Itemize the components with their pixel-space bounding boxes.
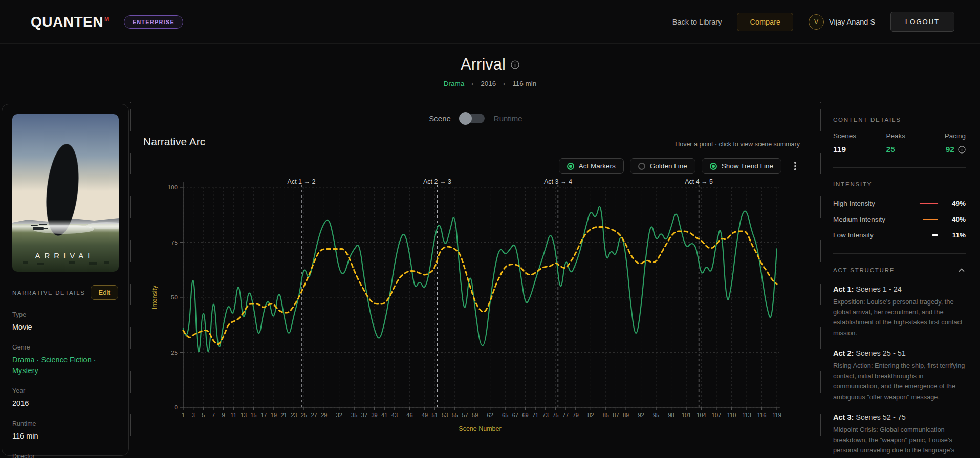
act-name: Act 3:: [833, 413, 854, 421]
intensity-heading: INTENSITY: [833, 181, 966, 187]
meta-separator: •: [503, 81, 505, 87]
golden-line-toggle[interactable]: Golden Line: [630, 158, 695, 174]
intensity-value: 11%: [947, 231, 966, 239]
svg-text:57: 57: [462, 412, 468, 418]
svg-text:69: 69: [522, 412, 528, 418]
svg-text:92: 92: [638, 412, 644, 418]
enterprise-badge: ENTERPRISE: [124, 15, 183, 29]
field-director: Director Denis Villeneuve: [12, 453, 118, 458]
act-name: Act 2:: [833, 349, 854, 357]
logo-superscript: M: [104, 16, 110, 22]
series-scene-intensity: [183, 207, 777, 352]
logout-button[interactable]: LOGOUT: [890, 12, 954, 32]
svg-text:37: 37: [361, 412, 367, 418]
pacing-info-icon[interactable]: [958, 146, 966, 154]
intensity-value: 40%: [947, 215, 966, 223]
svg-text:21: 21: [280, 412, 287, 418]
svg-text:Act 2 → 3: Act 2 → 3: [423, 178, 451, 185]
stat-value: 119: [833, 145, 886, 154]
top-navigation-bar: QUANTENM ENTERPRISE Back to Library Comp…: [0, 0, 980, 44]
svg-text:9: 9: [222, 412, 225, 418]
svg-text:41: 41: [381, 412, 387, 418]
app-logo: QUANTENM: [31, 14, 110, 30]
svg-text:87: 87: [613, 412, 619, 418]
intensity-value: 49%: [947, 200, 966, 207]
meta-separator: •: [471, 81, 473, 87]
svg-text:17: 17: [260, 412, 267, 418]
chart-title: Narrative Arc: [143, 136, 205, 148]
poster-title-text: ARRIVAL: [35, 251, 96, 260]
scene-runtime-toggle[interactable]: [460, 114, 485, 123]
show-trend-line-toggle[interactable]: Show Trend Line: [702, 158, 781, 174]
field-runtime: Runtime 116 min: [12, 420, 118, 442]
movie-info-icon[interactable]: [511, 60, 519, 69]
act-description: Exposition: Louise's personal tragedy, t…: [833, 297, 966, 338]
svg-text:Act 3 → 4: Act 3 → 4: [544, 178, 572, 185]
svg-text:43: 43: [391, 412, 398, 418]
field-label: Year: [12, 387, 118, 395]
content-details-panel: CONTENT DETAILS Scenes 119 Peaks 25 Paci…: [820, 102, 980, 457]
svg-text:50: 50: [171, 294, 178, 300]
toggle-label: Golden Line: [650, 162, 687, 170]
back-to-library-link[interactable]: Back to Library: [672, 18, 722, 26]
toggle-knob[interactable]: [459, 112, 472, 125]
svg-text:110: 110: [727, 412, 736, 418]
svg-text:85: 85: [603, 412, 609, 418]
low-intensity-line-swatch: [932, 234, 938, 236]
svg-text:27: 27: [311, 412, 317, 418]
svg-text:13: 13: [241, 412, 247, 418]
svg-text:73: 73: [542, 412, 549, 418]
stat-label: Peaks: [886, 132, 945, 140]
intensity-row-medium: Medium Intensity 40%: [833, 211, 966, 227]
svg-text:19: 19: [271, 412, 277, 418]
chevron-up-icon[interactable]: [957, 266, 966, 274]
narrative-details-sidebar: ARRIVAL NARRATIVE DETAILS Edit Type Movi…: [0, 102, 131, 457]
user-chip[interactable]: V Vijay Anand S: [809, 14, 875, 30]
more-options-button[interactable]: [791, 162, 800, 170]
act-name: Act 1:: [833, 285, 854, 293]
svg-text:98: 98: [668, 412, 674, 418]
intensity-row-low: Low Intensity 11%: [833, 227, 966, 243]
svg-text:79: 79: [573, 412, 579, 418]
narrative-arc-chart[interactable]: 0255075100135791113151719212325272932353…: [143, 176, 800, 438]
movie-poster: ARRIVAL: [12, 114, 119, 272]
high-intensity-line-swatch: [920, 203, 938, 204]
svg-text:107: 107: [712, 412, 721, 418]
svg-text:Intensity: Intensity: [151, 285, 158, 309]
act-structure-item: Act 2: Scenes 25 - 51 Rising Action: Ent…: [833, 349, 966, 402]
intensity-label: Medium Intensity: [833, 215, 923, 223]
act-markers-toggle[interactable]: Act Markers: [559, 158, 624, 174]
runtime-mode-label[interactable]: Runtime: [494, 114, 522, 123]
field-value: 116 min: [12, 431, 118, 442]
compare-button[interactable]: Compare: [737, 13, 793, 31]
avatar[interactable]: V: [809, 14, 824, 30]
act-range: Scenes 1 - 24: [854, 285, 902, 293]
edit-button[interactable]: Edit: [91, 285, 118, 300]
svg-text:116: 116: [757, 412, 767, 418]
svg-text:3: 3: [192, 412, 195, 418]
stat-scenes: Scenes 119: [833, 132, 886, 154]
svg-text:Scene Number: Scene Number: [459, 425, 501, 432]
svg-text:95: 95: [653, 412, 659, 418]
stat-label: Pacing: [945, 132, 966, 140]
stat-value: 92: [946, 145, 954, 154]
scene-mode-label[interactable]: Scene: [429, 114, 451, 123]
svg-text:75: 75: [552, 412, 558, 418]
act-structure-item: Act 3: Scenes 52 - 75 Midpoint Crisis: G…: [833, 413, 966, 458]
content-details-heading: CONTENT DETAILS: [833, 117, 966, 123]
svg-text:82: 82: [587, 412, 594, 418]
meta-genre: Drama: [444, 80, 465, 88]
svg-text:59: 59: [472, 412, 478, 418]
stat-pacing: Pacing 92: [945, 132, 966, 154]
svg-text:53: 53: [442, 412, 448, 418]
svg-text:35: 35: [351, 412, 357, 418]
user-name: Vijay Anand S: [829, 18, 875, 26]
radio-on-icon: [710, 163, 717, 170]
stat-value: 25: [886, 145, 945, 154]
svg-text:62: 62: [487, 412, 493, 418]
intensity-label: Low Intensity: [833, 231, 932, 239]
act-structure-heading: ACT STRUCTURE: [833, 267, 895, 273]
field-year: Year 2016: [12, 387, 118, 409]
svg-text:119: 119: [772, 412, 781, 418]
field-value: 2016: [12, 398, 118, 409]
